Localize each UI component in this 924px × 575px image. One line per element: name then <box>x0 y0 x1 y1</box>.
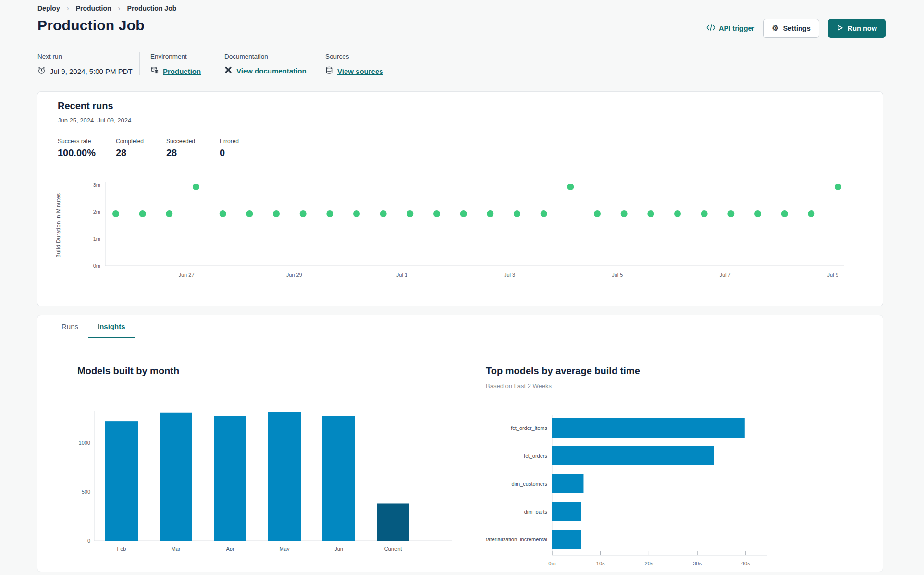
breadcrumb: Deploy › Production › Production Job <box>37 4 176 12</box>
run-now-button[interactable]: Run now <box>828 19 886 38</box>
api-trigger-link[interactable]: API trigger <box>706 24 754 32</box>
run-dot <box>727 210 734 217</box>
svg-text:10s: 10s <box>596 561 605 566</box>
alarm-clock-icon <box>37 66 46 76</box>
svg-text:0m: 0m <box>93 263 100 269</box>
header-actions: API trigger ⚙ Settings Run now <box>706 18 886 38</box>
month-bar <box>377 503 409 541</box>
run-dot <box>781 210 788 217</box>
divider <box>139 52 140 75</box>
documentation-label: Documentation <box>224 53 307 60</box>
run-dot <box>407 210 413 217</box>
divider <box>315 52 315 75</box>
insights-card: Runs Insights Models built by month Top … <box>37 315 883 572</box>
info-documentation: Documentation View documentation <box>224 53 307 75</box>
run-dot <box>139 210 146 217</box>
run-dot <box>460 210 467 217</box>
settings-button[interactable]: ⚙ Settings <box>763 19 819 38</box>
info-environment: Environment Production <box>150 53 201 76</box>
svg-text:30s: 30s <box>693 561 702 566</box>
settings-label: Settings <box>783 24 811 32</box>
environment-stack-icon <box>150 66 159 76</box>
model-bar <box>552 474 583 493</box>
month-bar <box>214 416 246 541</box>
top-models-subtitle: Based on Last 2 Weeks <box>486 382 552 390</box>
run-dot <box>300 210 307 217</box>
run-dot <box>326 210 333 217</box>
recent-runs-card: Recent runs Jun 25, 2024–Jul 09, 2024 Su… <box>37 91 883 306</box>
svg-text:500: 500 <box>82 489 90 495</box>
database-icon <box>325 66 333 76</box>
run-dot <box>567 184 574 190</box>
svg-text:Jun: Jun <box>334 546 343 551</box>
svg-text:Feb: Feb <box>117 546 126 551</box>
run-dot <box>701 210 708 217</box>
svg-text:1m: 1m <box>93 236 100 242</box>
run-dot <box>594 210 601 217</box>
svg-text:1000: 1000 <box>79 440 90 446</box>
divider <box>216 52 216 75</box>
svg-text:materialization_incremental: materialization_incremental <box>486 537 547 542</box>
models-by-month-chart: 05001000FebMarAprMayJunCurrent <box>73 404 481 560</box>
run-now-label: Run now <box>848 24 877 32</box>
breadcrumb-item-production[interactable]: Production <box>76 4 111 12</box>
svg-text:dim_parts: dim_parts <box>524 509 548 514</box>
run-dot <box>433 210 440 217</box>
environment-link[interactable]: Production <box>163 67 201 75</box>
breadcrumb-item-deploy[interactable]: Deploy <box>37 4 60 12</box>
tab-insights[interactable]: Insights <box>88 315 135 338</box>
svg-text:Apr: Apr <box>226 546 234 551</box>
run-dot <box>112 210 119 217</box>
month-bar <box>160 413 192 541</box>
chevron-right-icon: › <box>67 4 69 12</box>
play-icon <box>837 24 843 33</box>
page-title: Production Job <box>37 17 145 34</box>
model-bar <box>552 502 581 521</box>
build-time-chart: 0m10s20s30s40sfct_order_itemsfct_ordersd… <box>486 404 861 571</box>
recent-runs-title: Recent runs <box>58 100 113 111</box>
svg-text:0m: 0m <box>548 561 555 566</box>
next-run-label: Next run <box>37 53 133 60</box>
stat-completed: Completed 28 <box>116 138 144 159</box>
run-dot <box>754 210 761 217</box>
model-bar <box>552 418 745 438</box>
svg-text:Jul 5: Jul 5 <box>612 272 623 278</box>
info-next-run: Next run Jul 9, 2024, 5:00 PM PDT <box>37 53 133 76</box>
svg-text:20s: 20s <box>645 561 653 566</box>
recent-runs-date-range: Jun 25, 2024–Jul 09, 2024 <box>58 117 131 124</box>
view-sources-link[interactable]: View sources <box>337 67 383 75</box>
run-dot <box>487 210 493 217</box>
tabbar: Runs Insights <box>37 315 883 338</box>
run-dot <box>220 210 226 217</box>
svg-text:40s: 40s <box>741 561 750 566</box>
svg-text:0: 0 <box>87 538 90 544</box>
recent-runs-chart: 0m1m2m3mJun 27Jun 29Jul 1Jul 3Jul 5Jul 7… <box>49 177 875 289</box>
view-documentation-link[interactable]: View documentation <box>236 67 307 75</box>
svg-text:Jul 3: Jul 3 <box>504 272 515 278</box>
tab-runs[interactable]: Runs <box>52 315 88 338</box>
environment-label: Environment <box>150 53 201 60</box>
top-models-title: Top models by average build time <box>486 366 640 377</box>
gear-icon: ⚙ <box>772 24 778 32</box>
run-dot <box>835 184 841 190</box>
run-dot <box>514 210 520 217</box>
svg-text:fct_orders: fct_orders <box>524 453 547 459</box>
run-dot <box>273 210 280 217</box>
svg-text:May: May <box>280 546 290 551</box>
model-bar <box>552 530 581 549</box>
run-dot <box>647 210 654 217</box>
svg-text:3m: 3m <box>93 182 100 188</box>
api-trigger-label: API trigger <box>719 24 754 32</box>
run-dot <box>380 210 387 217</box>
next-run-value: Jul 9, 2024, 5:00 PM PDT <box>37 66 133 76</box>
run-dot <box>541 210 547 217</box>
svg-text:Jun 27: Jun 27 <box>178 272 194 278</box>
model-bar <box>552 446 714 465</box>
svg-text:Build Duration in Minutes: Build Duration in Minutes <box>55 193 61 258</box>
svg-text:Jun 29: Jun 29 <box>286 272 302 278</box>
run-dot <box>621 210 628 217</box>
svg-text:Jul 1: Jul 1 <box>396 272 407 278</box>
stat-succeeded: Succeeded 28 <box>166 138 195 159</box>
month-bar <box>268 412 301 541</box>
info-sources: Sources View sources <box>325 53 383 76</box>
